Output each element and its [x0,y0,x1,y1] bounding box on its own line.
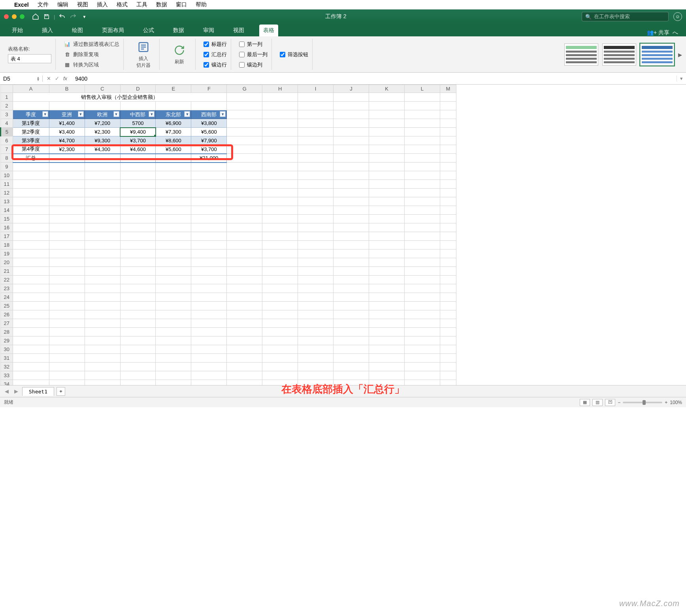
cell[interactable] [262,302,298,310]
cell[interactable] [262,363,298,371]
cell[interactable] [369,197,405,206]
cell[interactable] [85,258,120,267]
cell[interactable] [405,119,440,128]
col-H[interactable]: H [262,85,298,93]
cell[interactable] [49,180,85,189]
cell[interactable] [156,189,191,197]
filter-icon[interactable]: ▼ [113,111,119,117]
cell[interactable] [440,223,456,232]
cell[interactable] [85,249,120,258]
cell[interactable] [440,163,456,171]
cell[interactable] [405,154,440,163]
cell[interactable] [369,354,405,363]
cell[interactable] [49,102,85,110]
cell[interactable] [262,136,298,145]
cell[interactable] [298,249,334,258]
table-header[interactable]: 亚洲▼ [49,110,85,119]
cell[interactable] [120,197,156,206]
cell[interactable] [49,380,85,385]
cell[interactable] [49,249,85,258]
cell[interactable] [13,102,49,110]
cell[interactable] [227,354,262,363]
total-cell[interactable] [120,154,156,163]
app-name[interactable]: Excel [14,2,29,8]
style-1[interactable] [564,43,598,66]
col-G[interactable]: G [227,85,262,93]
cell[interactable] [85,276,120,284]
cell[interactable] [334,223,369,232]
cell[interactable] [120,302,156,310]
table-cell[interactable]: 第4季度 [13,145,49,154]
cell[interactable] [405,206,440,215]
table-cell[interactable]: ¥5,600 [191,128,227,136]
row-hdr[interactable]: 14 [1,206,13,215]
cell[interactable] [227,258,262,267]
cell[interactable] [440,284,456,293]
cell[interactable] [49,258,85,267]
tab-layout[interactable]: 页面布局 [98,25,128,36]
cell[interactable] [262,128,298,136]
cell[interactable] [405,136,440,145]
cell[interactable] [120,163,156,171]
menu-tools[interactable]: 工具 [136,1,147,8]
table-name-input[interactable] [8,54,51,63]
col-B[interactable]: B [49,85,85,93]
cell[interactable] [13,232,49,241]
cell[interactable] [440,215,456,223]
cell[interactable] [120,249,156,258]
cell[interactable] [405,371,440,380]
row-hdr[interactable]: 13 [1,197,13,206]
table-cell[interactable]: ¥4,700 [49,136,85,145]
cell[interactable] [156,293,191,302]
table-cell[interactable]: ¥3,800 [191,119,227,128]
row-hdr[interactable]: 2 [1,102,13,110]
cell[interactable] [334,302,369,310]
row-hdr[interactable]: 12 [1,189,13,197]
cell[interactable] [227,293,262,302]
cell[interactable] [440,302,456,310]
cell[interactable] [262,215,298,223]
cell[interactable] [49,336,85,345]
cell[interactable] [13,363,49,371]
cell[interactable] [227,328,262,336]
cell[interactable] [369,371,405,380]
cell[interactable] [191,215,227,223]
chk-total[interactable]: 汇总行 [204,51,227,58]
cell[interactable] [191,310,227,319]
cell[interactable] [156,371,191,380]
cell[interactable] [191,102,227,110]
cell[interactable] [369,93,405,102]
cell[interactable] [405,276,440,284]
table-cell[interactable]: 第3季度 [13,136,49,145]
total-cell[interactable]: 汇总 [13,154,49,163]
cell[interactable] [13,258,49,267]
chk-banded-rows[interactable]: 镶边行 [204,61,227,68]
cell[interactable] [405,180,440,189]
cell[interactable] [440,145,456,154]
cell[interactable] [85,223,120,232]
spreadsheet[interactable]: A B C D E F G H I J K L M 1销售收入审核（小型企业销售… [0,85,686,385]
table-cell[interactable]: 5700 [120,119,156,128]
cell[interactable] [120,380,156,385]
cell[interactable] [440,310,456,319]
table-cell[interactable]: ¥2,300 [85,128,120,136]
cell[interactable] [298,163,334,171]
cell[interactable] [120,345,156,354]
cell[interactable] [369,145,405,154]
cell[interactable] [191,206,227,215]
tab-draw[interactable]: 绘图 [68,25,87,36]
cell[interactable] [440,171,456,180]
table-cell[interactable]: ¥2,300 [49,145,85,154]
cell[interactable] [440,371,456,380]
cell[interactable] [191,180,227,189]
cell[interactable] [262,102,298,110]
cell[interactable] [369,154,405,163]
cell[interactable] [298,371,334,380]
cell[interactable] [369,267,405,276]
cell[interactable] [369,258,405,267]
cell[interactable] [298,128,334,136]
cell[interactable] [156,380,191,385]
cell[interactable] [369,232,405,241]
cell[interactable] [262,197,298,206]
cell[interactable] [369,363,405,371]
